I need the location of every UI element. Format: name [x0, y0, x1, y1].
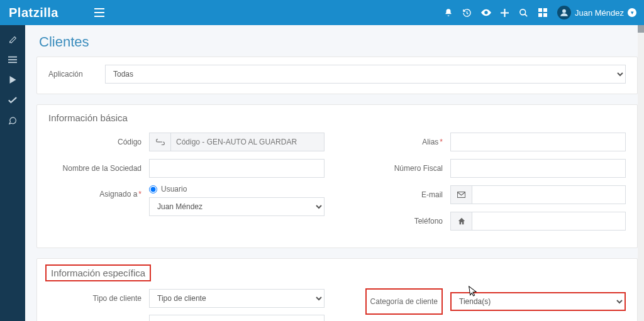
code-label: Código: [48, 133, 149, 151]
history-icon[interactable]: [458, 0, 477, 25]
client-category-select[interactable]: Tienda(s): [450, 292, 626, 311]
obs-label: Observaciones: [48, 315, 149, 321]
svg-point-0: [520, 9, 526, 14]
mail-icon: [450, 185, 472, 204]
row-fiscal: Número Fiscal: [350, 158, 626, 178]
filter-app-label: Aplicación: [48, 70, 86, 79]
svg-point-5: [562, 9, 566, 13]
menu-icon[interactable]: [90, 0, 109, 25]
bell-icon[interactable]: [439, 0, 458, 25]
fiscal-input[interactable]: [450, 159, 626, 178]
row-observations: Observaciones: [48, 315, 325, 321]
assigned-label: Asignado a*: [48, 185, 149, 204]
company-label: Nombre de la Sociedad: [48, 159, 149, 178]
company-input[interactable]: [149, 159, 325, 178]
svg-rect-2: [543, 8, 547, 12]
link-icon[interactable]: [149, 133, 170, 151]
client-type-label: Tipo de cliente: [48, 289, 149, 308]
obs-textarea[interactable]: [149, 315, 325, 321]
client-type-select[interactable]: Tipo de cliente: [149, 289, 325, 308]
svg-rect-4: [543, 13, 547, 17]
avatar: [557, 6, 571, 19]
page-title: Clientes: [36, 25, 638, 57]
search-icon[interactable]: [514, 0, 533, 25]
sidebar-edit-icon[interactable]: [0, 30, 25, 49]
email-input[interactable]: [472, 185, 626, 204]
email-label: E-mail: [350, 185, 450, 204]
alias-label: Alias*: [350, 133, 450, 151]
client-category-label: Categoría de cliente: [350, 288, 450, 315]
row-assigned: Asignado a* Usuario Juan Méndez: [48, 185, 325, 216]
row-category: Categoría de cliente Tienda(s): [350, 288, 626, 315]
home-icon: [450, 212, 472, 231]
apps-icon[interactable]: [533, 0, 552, 25]
specific-info-panel: Información específica Tipo de cliente T…: [36, 258, 638, 321]
assigned-select[interactable]: Juan Méndez: [149, 197, 325, 216]
basic-section-title: Información básica: [48, 112, 626, 123]
row-codigo: Código: [48, 132, 325, 152]
sidebar: [0, 25, 25, 321]
brand: Platzilla: [9, 6, 58, 20]
fiscal-label: Número Fiscal: [350, 159, 450, 178]
assigned-radio-input[interactable]: [149, 185, 157, 193]
assigned-radio-user[interactable]: Usuario: [149, 185, 325, 193]
phone-input[interactable]: [472, 212, 626, 231]
filter-panel: Aplicación Todas: [36, 57, 638, 94]
filter-app-select[interactable]: Todas: [105, 65, 626, 84]
alias-input[interactable]: [450, 133, 626, 151]
eye-icon[interactable]: [477, 0, 496, 25]
row-phone: Teléfono: [350, 211, 626, 231]
scrollbar-track[interactable]: [638, 25, 644, 321]
code-input[interactable]: [170, 133, 325, 151]
scrollbar-thumb[interactable]: [638, 25, 644, 33]
plus-icon[interactable]: [496, 0, 514, 25]
row-email: E-mail: [350, 185, 626, 205]
sidebar-check-icon[interactable]: [0, 90, 25, 109]
row-alias: Alias*: [350, 132, 626, 152]
svg-rect-3: [538, 13, 542, 17]
row-company: Nombre de la Sociedad: [48, 158, 325, 178]
sidebar-chat-icon[interactable]: [0, 111, 25, 129]
specific-section-title: Información específica: [48, 266, 626, 280]
svg-rect-1: [538, 8, 542, 12]
topbar: Platzilla Juan Méndez ▾: [0, 0, 644, 25]
user-menu[interactable]: Juan Méndez ▾: [557, 6, 636, 19]
row-client-type: Tipo de cliente Tipo de cliente: [48, 288, 325, 308]
user-name: Juan Méndez: [575, 8, 624, 18]
phone-label: Teléfono: [350, 212, 450, 231]
sidebar-play-icon[interactable]: [0, 70, 25, 89]
chevron-down-icon: ▾: [628, 8, 636, 17]
main: Clientes Aplicación Todas Información bá…: [25, 25, 644, 321]
sidebar-list-icon[interactable]: [0, 50, 25, 69]
basic-info-panel: Información básica Código Nombre de la S…: [36, 104, 638, 248]
